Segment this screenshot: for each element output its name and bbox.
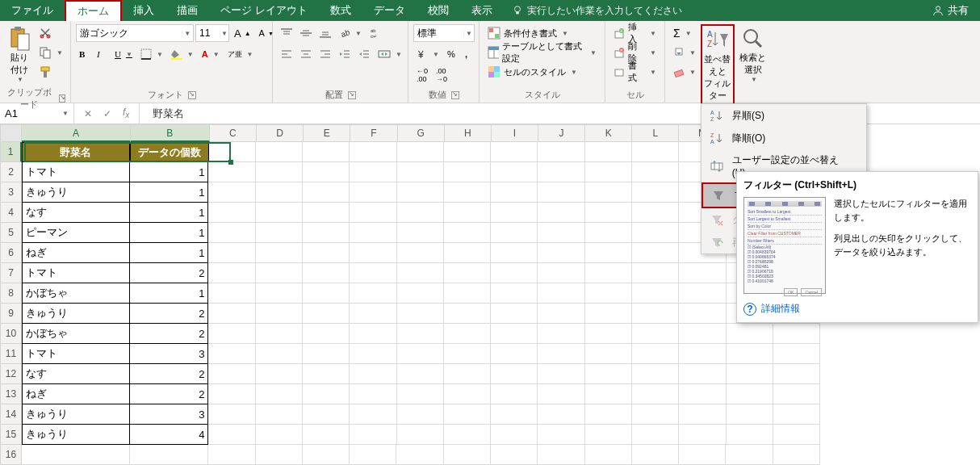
cell-B7[interactable]: 2 — [130, 263, 209, 283]
cell-E10[interactable] — [303, 324, 350, 344]
border-button[interactable]: ▼ — [137, 45, 166, 63]
cancel-formula-button[interactable]: ✕ — [84, 108, 92, 119]
cell-K9[interactable] — [585, 304, 632, 324]
increase-font-button[interactable]: A▲ — [231, 24, 254, 42]
cell-I1[interactable] — [491, 142, 538, 162]
cell-D15[interactable] — [256, 425, 303, 445]
cell-B5[interactable]: 1 — [130, 223, 209, 243]
cell-K5[interactable] — [585, 223, 632, 243]
percent-button[interactable]: % — [444, 45, 460, 63]
cell-K4[interactable] — [585, 203, 632, 223]
row-header-4[interactable]: 4 — [0, 203, 22, 223]
align-left-button[interactable] — [278, 45, 295, 63]
cell-E2[interactable] — [303, 162, 350, 182]
cell-D13[interactable] — [256, 384, 303, 404]
increase-decimal-button[interactable]: ←0.00 — [413, 66, 431, 84]
align-top-button[interactable] — [278, 24, 295, 42]
align-center-button[interactable] — [297, 45, 315, 63]
cell-G4[interactable] — [397, 203, 444, 223]
cell-D7[interactable] — [256, 263, 303, 283]
cell-K15[interactable] — [585, 425, 632, 445]
cell-G5[interactable] — [397, 223, 444, 243]
orientation-button[interactable]: ab▼ — [336, 24, 365, 42]
cell-B12[interactable]: 2 — [130, 364, 209, 384]
cell-B3[interactable]: 1 — [130, 182, 209, 203]
cell-D12[interactable] — [256, 364, 303, 384]
cell-C3[interactable] — [208, 182, 255, 203]
cell-F7[interactable] — [350, 263, 396, 283]
cell-F12[interactable] — [350, 364, 396, 384]
fill-color-button[interactable]: ▼ — [168, 45, 197, 63]
cell-I15[interactable] — [491, 425, 538, 445]
cell-J2[interactable] — [538, 162, 584, 182]
cell-J1[interactable] — [538, 142, 584, 162]
autosum-button[interactable]: Σ▼ — [670, 24, 699, 42]
cell-L8[interactable] — [632, 283, 679, 304]
row-header-2[interactable]: 2 — [0, 162, 22, 182]
cell-G2[interactable] — [397, 162, 444, 182]
cell-J16[interactable] — [538, 445, 584, 465]
cell-H7[interactable] — [444, 263, 491, 283]
tab-formulas[interactable]: 数式 — [319, 0, 362, 21]
cell-K10[interactable] — [585, 324, 632, 344]
cell-A7[interactable]: トマト — [22, 263, 130, 283]
cell-N14[interactable] — [727, 404, 773, 425]
cell-L10[interactable] — [632, 324, 679, 344]
cell-N12[interactable] — [727, 364, 773, 384]
cell-E4[interactable] — [303, 203, 350, 223]
cell-K16[interactable] — [585, 445, 632, 465]
fill-button[interactable]: ▼ — [670, 44, 699, 61]
cell-F15[interactable] — [350, 425, 396, 445]
cell-J9[interactable] — [538, 304, 584, 324]
format-as-table-button[interactable]: テーブルとして書式設定▼ — [484, 44, 600, 61]
cell-J12[interactable] — [538, 364, 584, 384]
cell-L15[interactable] — [632, 425, 679, 445]
cell-G1[interactable] — [397, 142, 444, 162]
cell-M11[interactable] — [679, 344, 726, 364]
alignment-dialog-launcher[interactable] — [348, 91, 356, 99]
copy-button[interactable]: ▼ — [36, 44, 66, 61]
col-header-J[interactable]: J — [538, 124, 585, 142]
cell-C11[interactable] — [208, 344, 255, 364]
cell-G14[interactable] — [397, 404, 444, 425]
increase-indent-button[interactable] — [355, 45, 373, 63]
cell-K2[interactable] — [585, 162, 632, 182]
cell-L16[interactable] — [632, 445, 679, 465]
cell-I6[interactable] — [491, 243, 538, 263]
cell-O11[interactable] — [773, 344, 820, 364]
cell-A14[interactable]: きゅうり — [22, 404, 130, 425]
row-header-16[interactable]: 16 — [0, 445, 22, 465]
italic-button[interactable]: I — [94, 45, 110, 63]
cell-H11[interactable] — [444, 344, 491, 364]
col-header-A[interactable]: A — [22, 124, 130, 142]
cell-B9[interactable]: 2 — [130, 304, 209, 324]
row-header-9[interactable]: 9 — [0, 304, 22, 324]
cell-D4[interactable] — [256, 203, 303, 223]
cell-J8[interactable] — [538, 283, 584, 304]
cell-D8[interactable] — [256, 283, 303, 304]
cell-H5[interactable] — [444, 223, 491, 243]
cell-O14[interactable] — [773, 404, 820, 425]
cell-E6[interactable] — [303, 243, 350, 263]
cell-H3[interactable] — [444, 182, 491, 203]
cell-E9[interactable] — [303, 304, 350, 324]
merge-button[interactable]: ▼ — [375, 45, 405, 63]
tab-data[interactable]: データ — [362, 0, 417, 21]
cell-H10[interactable] — [444, 324, 491, 344]
font-dialog-launcher[interactable] — [188, 91, 196, 99]
cell-G8[interactable] — [397, 283, 444, 304]
cell-K13[interactable] — [585, 384, 632, 404]
cell-B4[interactable]: 1 — [130, 203, 209, 223]
format-painter-button[interactable] — [36, 63, 66, 81]
cell-K12[interactable] — [585, 364, 632, 384]
cell-L12[interactable] — [632, 364, 679, 384]
cell-J6[interactable] — [538, 243, 584, 263]
cell-G9[interactable] — [397, 304, 444, 324]
bold-button[interactable]: B — [76, 45, 92, 63]
decrease-indent-button[interactable] — [336, 45, 354, 63]
enter-formula-button[interactable]: ✓ — [103, 108, 111, 119]
cell-A2[interactable]: トマト — [22, 162, 130, 182]
cell-M7[interactable] — [679, 263, 726, 283]
cell-C2[interactable] — [208, 162, 255, 182]
col-header-H[interactable]: H — [445, 124, 492, 142]
